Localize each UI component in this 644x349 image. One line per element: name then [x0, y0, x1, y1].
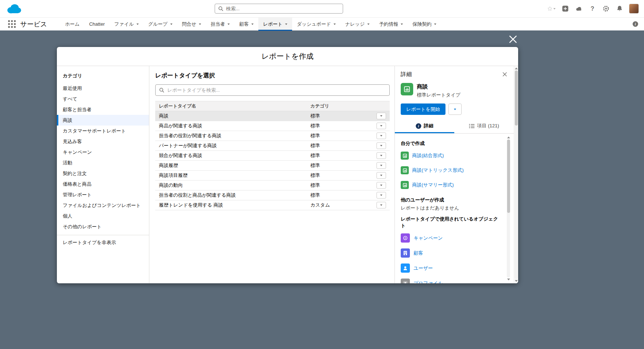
table-row[interactable]: 担当者の役割が関連する商談 標準 [155, 131, 390, 141]
category-all[interactable]: すべて [57, 94, 149, 104]
details-scrollbar[interactable] [506, 137, 510, 280]
row-actions-dropdown[interactable] [376, 192, 386, 199]
question-icon: ? [589, 5, 596, 12]
chevron-down-icon[interactable] [137, 23, 139, 25]
table-row[interactable]: 競合が関連する商談 標準 [155, 151, 390, 161]
table-row[interactable]: 商談の動向 標準 [155, 181, 390, 190]
global-actions-button[interactable] [561, 5, 569, 13]
report-icon [401, 152, 409, 160]
tab-details[interactable]: i 詳細 [395, 119, 454, 133]
nav-tab-accounts[interactable]: 顧客 [234, 18, 258, 31]
chevron-down-icon[interactable] [367, 23, 370, 25]
row-actions-dropdown[interactable] [376, 182, 386, 189]
scrollbar-thumb[interactable] [507, 139, 510, 213]
my-report-link[interactable]: 商談(サマリー形式) [401, 178, 501, 192]
row-actions-dropdown[interactable] [376, 162, 386, 169]
table-row[interactable]: 商品が関連する商談 標準 [155, 121, 390, 131]
object-item-user[interactable]: ユーザー [401, 261, 501, 276]
app-launcher-button[interactable] [8, 20, 16, 28]
category-activities[interactable]: 活動 [57, 157, 149, 168]
table-row[interactable]: 履歴トレンドを使用する 商談 カスタム [155, 200, 390, 210]
scroll-down-icon[interactable] [507, 279, 510, 280]
category-individual[interactable]: 個人 [57, 211, 149, 221]
nav-tab-knowledge[interactable]: ナレッジ [341, 18, 374, 31]
my-report-link[interactable]: 商談(マトリックス形式) [401, 163, 501, 178]
row-actions-dropdown[interactable] [376, 132, 386, 139]
chevron-down-icon[interactable] [170, 23, 172, 25]
nav-tab-contacts[interactable]: 担当者 [206, 18, 234, 31]
modal-close-button[interactable] [507, 34, 519, 45]
search-icon [159, 87, 164, 93]
scrollbar-thumb[interactable] [515, 70, 518, 126]
chevron-down-icon[interactable] [401, 23, 403, 25]
category-leads[interactable]: 見込み客 [57, 136, 149, 147]
row-actions-dropdown[interactable] [376, 142, 386, 149]
scroll-up-icon[interactable] [507, 137, 510, 138]
category-customer-support[interactable]: カスタマーサポートレポート [57, 126, 149, 136]
nav-tab-cases[interactable]: 問合せ [177, 18, 206, 31]
nav-tab-policies[interactable]: 保険契約 [408, 18, 441, 31]
report-type-search-input[interactable] [155, 84, 390, 96]
object-item-profile[interactable]: プロファイル [401, 276, 501, 283]
details-close-button[interactable] [501, 71, 508, 78]
setup-button[interactable] [602, 5, 610, 13]
chevron-down-icon[interactable] [285, 23, 287, 25]
table-row[interactable]: パートナーが関連する商談 標準 [155, 141, 390, 151]
category-recent[interactable]: 最近使用 [57, 83, 149, 94]
info-icon[interactable]: i [633, 21, 638, 27]
help-button[interactable]: ? [588, 5, 596, 13]
chevron-down-icon[interactable] [228, 23, 230, 25]
category-contracts-orders[interactable]: 契約と注文 [57, 168, 149, 179]
object-item-campaign[interactable]: キャンペーン [401, 230, 501, 246]
scroll-up-icon[interactable] [515, 68, 518, 69]
nav-tab-home[interactable]: ホーム [60, 18, 84, 31]
start-report-dropdown-button[interactable] [448, 103, 462, 115]
table-row[interactable]: 商談 標準 [155, 111, 390, 121]
favorites-button[interactable] [547, 5, 556, 13]
chevron-down-icon[interactable] [251, 23, 254, 25]
chevron-down-icon[interactable] [434, 23, 436, 25]
category-admin-reports[interactable]: 管理レポート [57, 189, 149, 200]
table-row[interactable]: 担当者の役割と商品が関連する商談 標準 [155, 190, 390, 200]
close-icon [502, 72, 507, 77]
table-row[interactable]: 商談項目履歴 標準 [155, 171, 390, 181]
row-actions-dropdown[interactable] [376, 123, 386, 129]
row-actions-dropdown[interactable] [376, 113, 386, 119]
global-search-input[interactable] [215, 4, 343, 14]
my-report-link[interactable]: 商談(結合形式) [401, 148, 501, 163]
object-item-account[interactable]: 顧客 [401, 246, 501, 261]
category-campaigns[interactable]: キャンペーン [57, 147, 149, 157]
hide-report-types-link[interactable]: レポートタイプを非表示 [57, 235, 149, 250]
table-row[interactable]: 商談履歴 標準 [155, 161, 390, 171]
chevron-down-icon [380, 155, 382, 156]
account-icon [401, 248, 410, 258]
report-type-table: レポートタイプ名 カテゴリ 商談 標準 商品が関連する商談 標準 [155, 101, 390, 210]
modal-body: カテゴリ 最近使用 すべて 顧客と担当者 商談 カスタマーサポートレポート 見込… [57, 66, 518, 283]
row-actions-dropdown[interactable] [376, 152, 386, 159]
favorites-caret-icon[interactable] [553, 8, 556, 10]
nav-tab-bookings[interactable]: 予約情報 [374, 18, 408, 31]
guidance-button[interactable] [575, 5, 583, 13]
category-pricebooks-products[interactable]: 価格表と商品 [57, 179, 149, 189]
nav-tab-dashboards[interactable]: ダッシュボード [292, 18, 341, 31]
category-other[interactable]: その他のレポート [57, 221, 149, 232]
notifications-button[interactable] [615, 5, 623, 13]
row-actions-dropdown[interactable] [376, 172, 386, 179]
nav-tab-reports[interactable]: レポート [258, 18, 292, 31]
row-actions-dropdown[interactable] [376, 202, 386, 208]
objects-heading: レポートタイプで使用されているオブジェクト [401, 216, 501, 229]
chevron-down-icon[interactable] [334, 23, 336, 25]
modal-scrollbar[interactable] [514, 66, 518, 283]
category-accounts-contacts[interactable]: 顧客と担当者 [57, 104, 149, 115]
scroll-down-icon[interactable] [515, 280, 518, 282]
nav-tab-files[interactable]: ファイル [110, 18, 143, 31]
category-files-content[interactable]: ファイルおよびコンテンツレポート [57, 200, 149, 211]
start-report-button[interactable]: レポートを開始 [401, 103, 445, 115]
chevron-down-icon[interactable] [199, 23, 201, 25]
tab-fields[interactable]: 項目 (121) [454, 119, 514, 133]
chevron-down-icon [380, 115, 382, 117]
nav-tab-chatter[interactable]: Chatter [84, 18, 110, 31]
category-opportunities[interactable]: 商談 [57, 115, 149, 126]
user-avatar[interactable] [629, 4, 639, 14]
nav-tab-groups[interactable]: グループ [143, 18, 177, 31]
